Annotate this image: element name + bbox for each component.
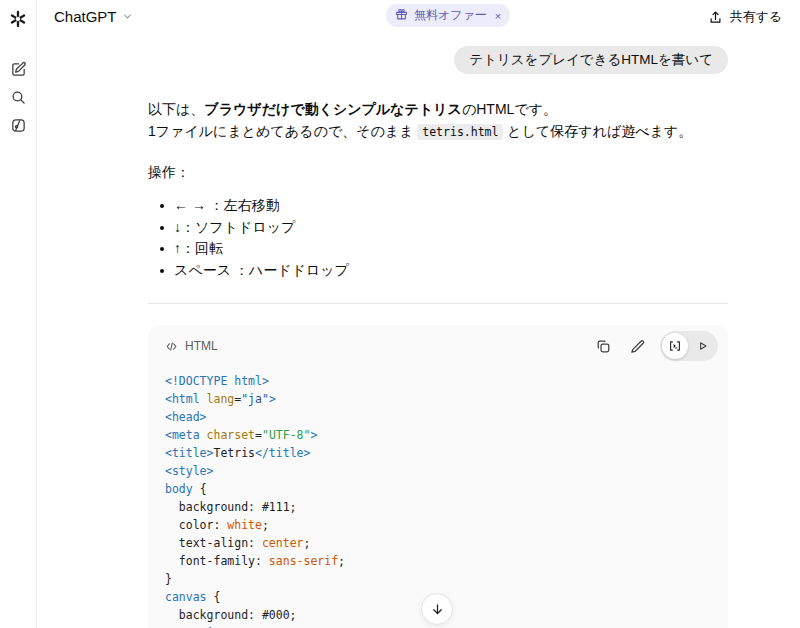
conversation: テトリスをプレイできるHTMLを書いて 以下は、ブラウザだけで動くシンプルなテト… [148, 46, 728, 628]
code-line: <head> [165, 408, 711, 426]
close-icon[interactable]: × [495, 10, 501, 22]
library-icon[interactable] [6, 113, 30, 137]
code-block: HTML [148, 325, 728, 628]
assistant-message: 以下は、ブラウザだけで動くシンプルなテトリスのHTMLです。 1ファイルにまとめ… [148, 98, 728, 304]
copy-icon[interactable] [592, 335, 614, 357]
assistant-intro-line: 以下は、ブラウザだけで動くシンプルなテトリスのHTMLです。 [148, 98, 728, 120]
openai-logo[interactable] [6, 7, 30, 31]
main-panel: ChatGPT 無料オファー × 共有する [37, 0, 800, 628]
chevron-down-icon [122, 11, 133, 22]
sidebar [0, 0, 37, 628]
canvas-code-icon[interactable] [662, 333, 688, 359]
list-item: ↓：ソフトドロップ [148, 217, 728, 239]
search-icon[interactable] [6, 85, 30, 109]
topbar: ChatGPT 無料オファー × 共有する [37, 0, 800, 34]
model-switcher[interactable]: ChatGPT [48, 6, 139, 27]
run-code-icon[interactable] [690, 334, 716, 358]
assistant-save-line: 1ファイルにまとめてあるので、そのまま tetris.html として保存すれば… [148, 120, 728, 143]
code-content: <!DOCTYPE html><html lang="ja"><head><me… [148, 367, 728, 628]
code-view-toggle [660, 331, 718, 361]
code-language: HTML [165, 339, 218, 353]
code-line: text-align: center; [165, 534, 711, 552]
app-title: ChatGPT [54, 8, 117, 25]
chatgpt-window: ChatGPT 無料オファー × 共有する [0, 0, 800, 628]
code-line: <style> [165, 462, 711, 480]
code-line: background: #111; [165, 498, 711, 516]
arrow-down-icon [430, 602, 445, 617]
code-line: font-family: sans-serif; [165, 552, 711, 570]
code-line: <html lang="ja"> [165, 390, 711, 408]
controls-list: ← → ：左右移動↓：ソフトドロップ↑：回転スペース ：ハードドロップ [148, 195, 728, 281]
user-message-bubble: テトリスをプレイできるHTMLを書いて [454, 46, 728, 74]
code-block-header: HTML [148, 325, 728, 367]
code-icon [165, 340, 178, 353]
share-button[interactable]: 共有する [701, 5, 789, 29]
divider [148, 303, 728, 304]
gift-icon [395, 8, 408, 24]
list-item: ← → ：左右移動 [148, 195, 728, 217]
assistant-intro-bold: ブラウザだけで動くシンプルなテトリス [204, 101, 462, 117]
upload-icon [708, 10, 723, 25]
controls-heading: 操作： [148, 161, 728, 183]
code-line: <meta charset="UTF-8"> [165, 426, 711, 444]
code-line: } [165, 570, 711, 588]
code-line: body { [165, 480, 711, 498]
promo-badge[interactable]: 無料オファー × [386, 4, 510, 27]
new-chat-icon[interactable] [6, 57, 30, 81]
share-button-label: 共有する [729, 8, 782, 26]
list-item: スペース ：ハードドロップ [148, 260, 728, 282]
promo-badge-label: 無料オファー [414, 7, 487, 24]
code-line: color: white; [165, 516, 711, 534]
edit-icon[interactable] [626, 335, 648, 357]
inline-code-filename: tetris.html [417, 124, 503, 140]
code-line: <!DOCTYPE html> [165, 372, 711, 390]
code-line: <title>Tetris</title> [165, 444, 711, 462]
list-item: ↑：回転 [148, 238, 728, 260]
scroll-to-bottom-button[interactable] [421, 593, 453, 625]
code-language-label: HTML [185, 339, 218, 353]
